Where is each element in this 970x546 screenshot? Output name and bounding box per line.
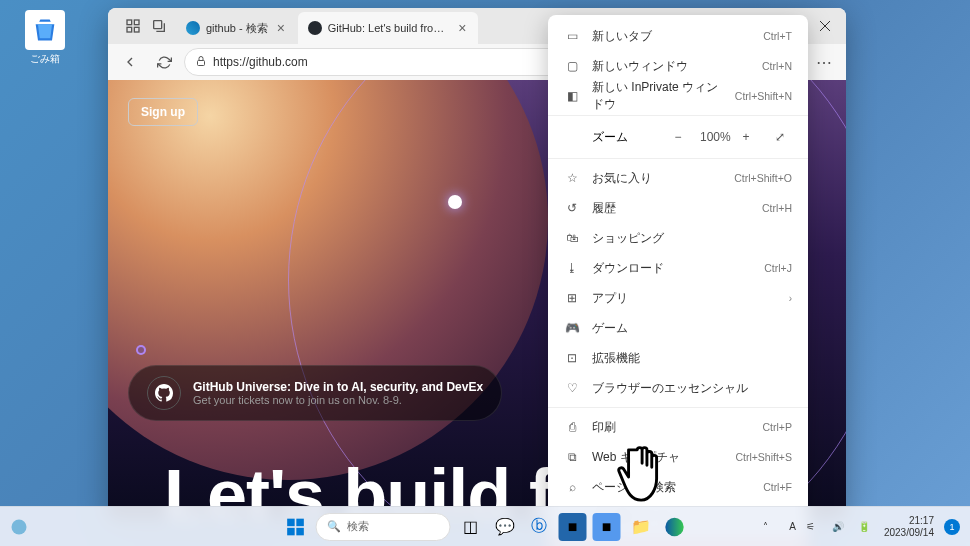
heart-icon: ♡ xyxy=(564,381,580,395)
browser-more-menu: ▭新しいタブCtrl+T ▢新しいウィンドウCtrl+N ◧新しい InPriv… xyxy=(548,15,808,546)
capture-icon: ⧉ xyxy=(564,450,580,464)
close-icon[interactable]: × xyxy=(457,21,468,35)
back-button[interactable] xyxy=(116,48,144,76)
edge-icon[interactable] xyxy=(10,518,28,536)
menu-favorites[interactable]: ☆お気に入りCtrl+Shift+O xyxy=(548,163,808,193)
workspace-icon[interactable] xyxy=(124,17,142,35)
recycle-bin-label: ごみ箱 xyxy=(25,52,65,66)
fullscreen-button[interactable]: ⤢ xyxy=(768,130,792,144)
github-mark-icon xyxy=(147,376,181,410)
extension-icon: ⊡ xyxy=(564,351,580,365)
menu-shopping[interactable]: 🛍ショッピング xyxy=(548,223,808,253)
window-icon: ▢ xyxy=(564,59,580,73)
explorer-icon[interactable]: 📁 xyxy=(627,513,655,541)
chevron-right-icon: › xyxy=(789,293,792,304)
recycle-bin[interactable]: ごみ箱 xyxy=(25,10,65,66)
clock[interactable]: 21:17 2023/09/14 xyxy=(884,515,934,539)
orbit-marker xyxy=(448,195,462,209)
svg-rect-3 xyxy=(134,27,139,32)
menu-web-capture[interactable]: ⧉Web キャプチャCtrl+Shift+S xyxy=(548,442,808,472)
shopping-icon: 🛍 xyxy=(564,231,580,245)
recycle-bin-icon xyxy=(25,10,65,50)
bing-chat-icon[interactable]: ⓑ xyxy=(525,513,553,541)
search-icon: 🔍 xyxy=(327,520,341,533)
banner-title: GitHub Universe: Dive in to AI, security… xyxy=(193,380,483,394)
url-text: https://github.com xyxy=(213,55,308,69)
menu-zoom: ズーム − 100% + ⤢ xyxy=(548,120,808,154)
app-icon[interactable]: ■ xyxy=(559,513,587,541)
menu-history[interactable]: ↺履歴Ctrl+H xyxy=(548,193,808,223)
start-button[interactable] xyxy=(282,513,310,541)
banner-subtitle: Get your tickets now to join us on Nov. … xyxy=(193,394,483,406)
menu-print[interactable]: ⎙印刷Ctrl+P xyxy=(548,412,808,442)
svg-point-15 xyxy=(665,517,683,535)
inprivate-icon: ◧ xyxy=(564,89,580,103)
menu-find[interactable]: ⌕ページ内の検索Ctrl+F xyxy=(548,472,808,502)
menu-extensions[interactable]: ⊡拡張機能 xyxy=(548,343,808,373)
svg-rect-13 xyxy=(287,527,295,535)
close-icon[interactable]: × xyxy=(274,21,288,35)
taskbar-search[interactable]: 🔍検索 xyxy=(316,513,451,541)
wifi-icon[interactable]: ⚟ xyxy=(806,521,822,532)
edge-taskbar-icon[interactable] xyxy=(661,513,689,541)
download-icon: ⭳ xyxy=(564,261,580,275)
menu-games[interactable]: 🎮ゲーム xyxy=(548,313,808,343)
bing-favicon-icon xyxy=(186,21,200,35)
svg-rect-14 xyxy=(296,527,304,535)
tab-icon: ▭ xyxy=(564,29,580,43)
menu-new-tab[interactable]: ▭新しいタブCtrl+T xyxy=(548,21,808,51)
svg-rect-11 xyxy=(287,518,295,526)
search-icon: ⌕ xyxy=(564,480,580,494)
tabs-overview-icon[interactable] xyxy=(150,17,168,35)
chevron-up-icon[interactable]: ˄ xyxy=(763,521,779,532)
close-window-button[interactable] xyxy=(804,10,846,42)
svg-point-10 xyxy=(12,519,27,534)
svg-rect-0 xyxy=(127,20,132,25)
zoom-in-button[interactable]: + xyxy=(734,130,758,144)
github-favicon-icon xyxy=(308,21,322,35)
lock-icon xyxy=(195,55,207,70)
tab-search[interactable]: github - 検索 × xyxy=(176,12,298,44)
addressbar-more-icon[interactable]: ⋯ xyxy=(810,48,838,76)
svg-rect-9 xyxy=(198,60,205,65)
announcement-banner[interactable]: GitHub Universe: Dive in to AI, security… xyxy=(128,365,502,421)
zoom-label: ズーム xyxy=(564,129,656,146)
menu-apps[interactable]: ⊞アプリ› xyxy=(548,283,808,313)
orbit-marker xyxy=(136,345,146,355)
zoom-out-button[interactable]: − xyxy=(666,130,690,144)
battery-icon[interactable]: 🔋 xyxy=(858,521,874,532)
svg-rect-2 xyxy=(127,27,132,32)
apps-icon: ⊞ xyxy=(564,291,580,305)
star-icon: ☆ xyxy=(564,171,580,185)
signup-button[interactable]: Sign up xyxy=(128,98,198,126)
notification-badge[interactable]: 1 xyxy=(944,519,960,535)
ime-indicator[interactable]: A xyxy=(789,521,796,532)
history-icon: ↺ xyxy=(564,201,580,215)
menu-new-inprivate[interactable]: ◧新しい InPrivate ウィンドウCtrl+Shift+N xyxy=(548,81,808,111)
svg-rect-1 xyxy=(134,20,139,25)
chat-icon[interactable]: 💬 xyxy=(491,513,519,541)
svg-rect-12 xyxy=(296,518,304,526)
volume-icon[interactable]: 🔊 xyxy=(832,521,848,532)
tab-title: GitHub: Let's build from here · Gi xyxy=(328,22,451,34)
menu-downloads[interactable]: ⭳ダウンロードCtrl+J xyxy=(548,253,808,283)
taskbar: 🔍検索 ◫ 💬 ⓑ ■ ■ 📁 ˄ A ⚟ 🔊 🔋 21:17 2023/09/… xyxy=(0,506,970,546)
refresh-button[interactable] xyxy=(150,48,178,76)
menu-essentials[interactable]: ♡ブラウザーのエッセンシャル xyxy=(548,373,808,403)
task-view-button[interactable]: ◫ xyxy=(457,513,485,541)
tab-github[interactable]: GitHub: Let's build from here · Gi × xyxy=(298,12,478,44)
svg-rect-4 xyxy=(154,21,162,29)
print-icon: ⎙ xyxy=(564,420,580,434)
menu-new-window[interactable]: ▢新しいウィンドウCtrl+N xyxy=(548,51,808,81)
game-icon: 🎮 xyxy=(564,321,580,335)
zoom-value: 100% xyxy=(700,130,724,144)
tab-title: github - 検索 xyxy=(206,21,268,36)
app-icon[interactable]: ■ xyxy=(593,513,621,541)
